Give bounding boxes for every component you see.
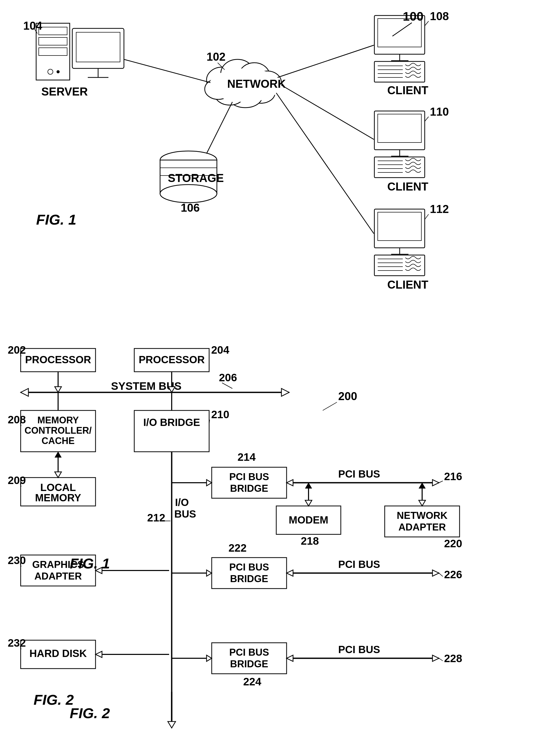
svg-line-57 <box>425 117 428 121</box>
svg-marker-177 <box>433 655 439 662</box>
svg-marker-174 <box>206 655 212 662</box>
svg-line-77 <box>323 402 337 410</box>
svg-rect-59 <box>378 212 421 241</box>
svg-text:LOCAL: LOCAL <box>40 482 76 493</box>
svg-text:CONTROLLER/: CONTROLLER/ <box>24 425 92 436</box>
svg-text:MEMORY: MEMORY <box>35 492 81 503</box>
svg-text:BRIDGE: BRIDGE <box>230 658 268 669</box>
svg-text:CLIENT: CLIENT <box>387 278 428 291</box>
svg-marker-86 <box>21 388 28 396</box>
svg-text:SERVER: SERVER <box>41 85 88 98</box>
svg-line-74 <box>276 93 374 233</box>
svg-point-7 <box>57 70 60 73</box>
svg-text:218: 218 <box>301 535 319 547</box>
svg-text:FIG. 1: FIG. 1 <box>36 211 76 228</box>
svg-text:PCI BUS: PCI BUS <box>338 644 380 655</box>
svg-text:MEMORY: MEMORY <box>37 415 79 425</box>
svg-rect-3 <box>39 27 67 35</box>
fig2-label: FIG. 2 <box>70 705 110 721</box>
svg-rect-8 <box>72 28 124 68</box>
svg-text:ADAPTER: ADAPTER <box>398 522 446 532</box>
svg-text:PROCESSOR: PROCESSOR <box>139 354 205 365</box>
svg-text:232: 232 <box>8 637 26 649</box>
svg-text:110: 110 <box>430 105 449 118</box>
svg-text:100: 100 <box>403 9 423 23</box>
svg-marker-183 <box>168 721 176 728</box>
svg-text:206: 206 <box>219 371 237 384</box>
svg-text:106: 106 <box>181 201 200 214</box>
fig1-label: FIG. 1 <box>70 555 110 572</box>
svg-text:CLIENT: CLIENT <box>387 180 428 193</box>
svg-marker-114 <box>55 452 61 457</box>
svg-text:212: 212 <box>147 512 165 524</box>
svg-text:MODEM: MODEM <box>289 514 328 526</box>
svg-marker-92 <box>55 387 61 392</box>
svg-text:204: 204 <box>211 344 229 356</box>
svg-marker-176 <box>286 655 293 662</box>
svg-marker-137 <box>305 500 312 506</box>
svg-text:222: 222 <box>228 542 246 554</box>
svg-text:216: 216 <box>444 470 462 483</box>
svg-rect-47 <box>378 114 421 142</box>
svg-marker-157 <box>206 570 212 576</box>
svg-marker-128 <box>433 480 439 486</box>
svg-marker-144 <box>419 500 425 506</box>
svg-rect-62 <box>374 255 425 276</box>
svg-marker-159 <box>286 570 293 576</box>
svg-line-73 <box>281 85 374 139</box>
svg-text:224: 224 <box>243 675 262 688</box>
svg-text:BRIDGE: BRIDGE <box>230 483 268 494</box>
svg-text:NETWORK: NETWORK <box>227 78 286 90</box>
svg-line-71 <box>206 102 232 154</box>
svg-marker-160 <box>433 570 439 576</box>
svg-marker-87 <box>281 388 289 396</box>
svg-text:PCI BUS: PCI BUS <box>229 471 269 482</box>
svg-line-180 <box>439 658 443 661</box>
svg-line-72 <box>278 45 374 78</box>
svg-line-131 <box>439 481 443 483</box>
svg-text:108: 108 <box>430 10 449 22</box>
svg-point-29 <box>160 185 217 203</box>
svg-text:CACHE: CACHE <box>42 435 75 446</box>
svg-text:PROCESSOR: PROCESSOR <box>25 354 91 365</box>
svg-rect-58 <box>374 209 425 248</box>
svg-text:PCI BUS: PCI BUS <box>338 468 380 480</box>
svg-rect-50 <box>374 157 425 178</box>
svg-line-70 <box>124 59 211 83</box>
svg-text:PCI BUS: PCI BUS <box>338 558 380 570</box>
svg-text:228: 228 <box>444 652 462 665</box>
svg-text:BUS: BUS <box>174 508 196 520</box>
svg-marker-143 <box>419 483 425 488</box>
svg-rect-9 <box>76 32 120 62</box>
svg-rect-46 <box>374 111 425 150</box>
svg-text:200: 200 <box>338 390 357 403</box>
svg-line-163 <box>439 573 443 576</box>
svg-marker-125 <box>206 480 212 486</box>
svg-text:BRIDGE: BRIDGE <box>230 573 268 584</box>
svg-text:102: 102 <box>206 50 225 63</box>
svg-text:112: 112 <box>430 203 449 215</box>
svg-text:CLIENT: CLIENT <box>387 84 428 97</box>
svg-marker-127 <box>286 480 293 486</box>
svg-text:PCI BUS: PCI BUS <box>229 562 269 573</box>
svg-marker-113 <box>55 472 61 477</box>
svg-text:230: 230 <box>8 554 26 566</box>
svg-text:214: 214 <box>238 451 256 463</box>
svg-line-45 <box>425 21 428 26</box>
svg-text:209: 209 <box>8 474 26 486</box>
svg-text:I/O: I/O <box>175 497 189 508</box>
svg-text:226: 226 <box>444 568 462 581</box>
svg-text:I/O BRIDGE: I/O BRIDGE <box>143 416 200 428</box>
svg-text:202: 202 <box>8 344 26 356</box>
svg-text:FIG. 2: FIG. 2 <box>34 692 74 708</box>
svg-text:PCI BUS: PCI BUS <box>229 647 269 658</box>
svg-text:208: 208 <box>8 413 26 426</box>
svg-line-90 <box>222 383 232 388</box>
svg-point-6 <box>48 69 53 74</box>
svg-rect-38 <box>374 61 425 82</box>
svg-text:STORAGE: STORAGE <box>168 172 224 184</box>
svg-text:NETWORK: NETWORK <box>397 510 448 521</box>
svg-rect-5 <box>39 48 67 56</box>
svg-text:210: 210 <box>211 408 229 421</box>
svg-line-69 <box>425 214 428 219</box>
